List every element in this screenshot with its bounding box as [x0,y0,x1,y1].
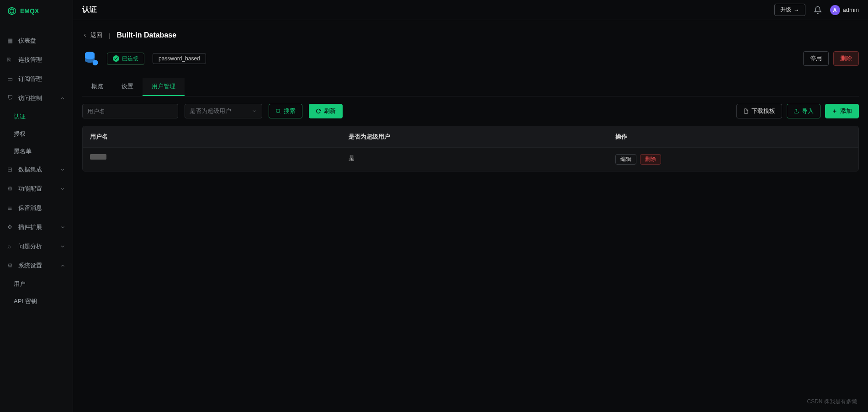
disable-button[interactable]: 停用 [803,51,829,66]
bell-icon[interactable] [814,6,822,14]
message-icon: ≣ [7,204,15,212]
tabs: 概览 设置 用户管理 [82,78,859,96]
svg-point-4 [276,109,280,113]
masked-username [90,154,106,160]
breadcrumb: 返回 | Built-in Database [82,31,859,39]
chevron-down-icon [60,244,65,249]
row-delete-button[interactable]: 删除 [640,154,661,165]
avatar: A [830,5,840,15]
user-menu[interactable]: A admin [830,5,859,15]
nav-label: 插件扩展 [18,223,42,231]
chevron-down-icon [60,186,65,192]
refresh-label: 刷新 [324,107,336,115]
shield-icon: ⛉ [7,95,15,102]
watermark: CSDN @我是有多懒 [807,398,857,406]
table-row: 是 编辑 删除 [83,148,858,171]
nav-retained[interactable]: ≣ 保留消息 [0,198,73,218]
back-label: 返回 [90,31,102,39]
cog-icon: ⚙ [7,262,15,269]
nav-authz[interactable]: 授权 [0,125,73,143]
upgrade-label: 升级 [780,6,791,14]
nav-auth[interactable]: 认证 [0,108,73,125]
auth-type-badge: password_based [153,53,206,64]
select-placeholder: 是否为超级用户 [190,107,231,115]
nav-blacklist[interactable]: 黑名单 [0,143,73,160]
user-label: admin [843,6,859,13]
user-table: 用户名 是否为超级用户 操作 是 编辑 删除 [82,126,859,171]
cell-username [90,154,349,165]
nav-users[interactable]: 用户 [0,275,73,293]
topbar: 认证 升级 → A admin [73,0,868,20]
download-template-button[interactable]: 下载模板 [736,104,782,118]
page-title: 认证 [82,5,97,15]
nav-dashboard[interactable]: ▦ 仪表盘 [0,31,73,50]
plug-icon: ⎘ [7,56,15,64]
download-label: 下载模板 [752,107,775,115]
status-label: 已连接 [122,55,138,63]
add-button[interactable]: 添加 [825,104,859,118]
nav-label: 功能配置 [18,185,42,193]
nav-system-settings[interactable]: ⚙ 系统设置 [0,256,73,275]
refresh-button[interactable]: 刷新 [309,104,343,118]
nav-diagnostics[interactable]: ⌕ 问题分析 [0,237,73,256]
chevron-left-icon [82,32,88,38]
file-icon [743,108,749,114]
chevron-down-icon [60,167,65,172]
nav-feature-config[interactable]: ⚙ 功能配置 [0,179,73,198]
chevron-up-icon [60,96,65,101]
edit-button[interactable]: 编辑 [615,154,636,165]
status-badge: 已连接 [107,53,144,65]
nav-label: 订阅管理 [18,75,42,83]
add-label: 添加 [840,107,852,115]
search-label: 搜索 [284,107,296,115]
breadcrumb-separator: | [109,32,110,39]
upgrade-button[interactable]: 升级 → [774,4,805,16]
delete-button[interactable]: 删除 [833,51,859,66]
nav-api-keys[interactable]: API 密钥 [0,293,73,310]
nav-label: 连接管理 [18,56,42,64]
nav-data-integration[interactable]: ⊟ 数据集成 [0,160,73,179]
tab-user-mgmt[interactable]: 用户管理 [143,78,185,96]
nav-label: 问题分析 [18,242,42,251]
tab-settings[interactable]: 设置 [112,78,143,96]
superuser-select[interactable]: 是否为超级用户 [185,104,262,118]
table-header: 用户名 是否为超级用户 操作 [83,126,858,148]
database-icon [82,50,99,67]
col-superuser: 是否为超级用户 [349,133,615,141]
upload-icon [794,108,799,114]
svg-line-5 [280,112,281,113]
content: 返回 | Built-in Database [73,20,868,412]
dashboard-icon: ▦ [7,37,15,44]
sidebar-nav: ▦ 仪表盘 ⎘ 连接管理 ▭ 订阅管理 ⛉ 访问控制 认证 授权 黑名单 [0,22,73,412]
brand-name: EMQX [20,7,39,15]
col-username: 用户名 [90,133,349,141]
nav-subscriptions[interactable]: ▭ 订阅管理 [0,70,73,89]
search-icon [275,108,281,114]
cell-superuser: 是 [349,154,615,165]
username-input[interactable] [82,104,178,118]
magnifier-icon: ⌕ [7,243,15,250]
back-link[interactable]: 返回 [82,31,102,39]
arrow-right-icon: → [794,7,799,13]
gear-icon: ⚙ [7,185,15,193]
nav-label: 保留消息 [18,204,42,212]
bookmark-icon: ▭ [7,75,15,83]
nav-plugins[interactable]: ✥ 插件扩展 [0,218,73,237]
import-button[interactable]: 导入 [787,104,820,118]
breadcrumb-title: Built-in Database [116,31,176,39]
import-label: 导入 [802,107,814,115]
sidebar: EMQX ▦ 仪表盘 ⎘ 连接管理 ▭ 订阅管理 ⛉ 访问控制 认 [0,0,73,412]
col-ops: 操作 [615,133,851,141]
brand-icon [7,6,16,16]
search-button[interactable]: 搜索 [269,104,302,118]
nav-access-control[interactable]: ⛉ 访问控制 [0,89,73,108]
nav-connections[interactable]: ⎘ 连接管理 [0,50,73,70]
logo[interactable]: EMQX [0,0,73,22]
tab-overview[interactable]: 概览 [82,78,112,96]
nav-label: 数据集成 [18,166,42,174]
nav-label: 访问控制 [18,94,42,102]
main: 认证 升级 → A admin 返回 [73,0,868,412]
nav-label: 系统设置 [18,262,42,270]
chevron-down-icon [252,108,257,114]
svg-point-3 [93,60,98,65]
